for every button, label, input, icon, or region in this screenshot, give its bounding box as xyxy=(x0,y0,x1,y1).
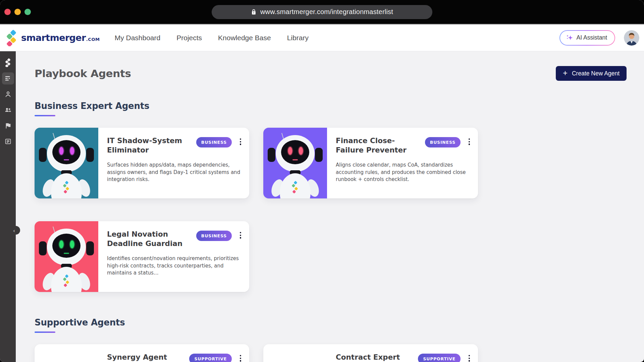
address-bar[interactable]: www.smartmerger.com/integrationmasterlis… xyxy=(212,5,432,19)
nav-library[interactable]: Library xyxy=(287,34,309,42)
agent-card-header: Synergy Agent SUPPORTIVE xyxy=(107,353,244,362)
person-icon xyxy=(4,90,12,99)
sidebar-item-person[interactable] xyxy=(2,88,14,100)
robot-illustration xyxy=(35,128,98,198)
agent-card-title: Finance Close-Failure Preventer xyxy=(336,136,425,155)
card-menu-button[interactable] xyxy=(466,354,473,362)
main-nav: My DashboardProjectsKnowledge BaseLibrar… xyxy=(115,34,309,42)
nav-knowledge-base[interactable]: Knowledge Base xyxy=(218,34,271,42)
nav-projects[interactable]: Projects xyxy=(176,34,202,42)
section-heading-underline xyxy=(35,331,55,333)
agent-card-header: Legal Novation Deadline Guardian BUSINES… xyxy=(107,230,244,249)
brand-logo-icon xyxy=(5,29,18,46)
lock-icon xyxy=(251,9,257,15)
section-heading-underline xyxy=(35,115,55,116)
create-new-agent-button[interactable]: + Create New Agent xyxy=(556,66,627,81)
agent-robot-image xyxy=(263,128,327,198)
zoom-window-button[interactable] xyxy=(24,9,31,15)
agent-section: Business Expert Agents IT Shadow-System … xyxy=(35,101,627,292)
agent-card-title: IT Shadow-System Eliminator xyxy=(107,136,196,155)
agent-card-description: Aligns close calendar, maps CoA, standar… xyxy=(336,162,471,183)
logo[interactable]: smartmerger.com xyxy=(5,29,100,46)
agent-section: Supportive Agents Synergy Agent SUPPORTI… xyxy=(35,317,627,362)
sidebar-item-flag[interactable] xyxy=(2,120,14,132)
card-menu-button[interactable] xyxy=(237,138,244,145)
sidebar-item-playbook-list[interactable] xyxy=(2,72,14,84)
brand-wordmark: smartmerger.com xyxy=(21,33,100,43)
create-new-agent-label: Create New Agent xyxy=(572,70,620,77)
agent-robot-image xyxy=(263,344,327,362)
agent-robot-image xyxy=(35,128,98,198)
window-controls xyxy=(4,0,31,24)
sidebar-collapse-handle[interactable]: ‹ xyxy=(11,226,20,235)
agent-card-description: Identifies consent/novation requirements… xyxy=(107,255,243,277)
section-heading: Supportive Agents xyxy=(35,317,627,327)
sidebar: ‹ xyxy=(0,51,16,362)
agent-robot-image xyxy=(35,221,98,292)
agent-card-body: Synergy Agent SUPPORTIVE xyxy=(98,344,249,362)
user-avatar[interactable] xyxy=(624,30,639,46)
flag-icon xyxy=(4,121,12,130)
agent-card[interactable]: Contract Expert Agent SUPPORTIVE xyxy=(263,344,478,362)
agent-card-description: Surfaces hidden apps/data, maps dependen… xyxy=(107,162,243,183)
url-text: www.smartmerger.com/integrationmasterlis… xyxy=(260,8,393,16)
agent-card-title: Contract Expert Agent xyxy=(336,353,418,362)
agent-card-title: Synergy Agent xyxy=(107,353,189,362)
minimize-window-button[interactable] xyxy=(14,9,21,15)
app-header: smartmerger.com My DashboardProjectsKnow… xyxy=(0,24,644,51)
sidebar-items xyxy=(2,57,14,147)
agent-card[interactable]: Legal Novation Deadline Guardian BUSINES… xyxy=(35,221,249,292)
playbook-list-icon xyxy=(4,74,12,83)
category-badge: BUSINESS xyxy=(196,231,232,241)
main-content: Playbook Agents + Create New Agent Busin… xyxy=(16,51,644,362)
agent-card-header: Finance Close-Failure Preventer BUSINESS xyxy=(336,136,473,155)
chevron-left-icon: ‹ xyxy=(13,228,15,233)
sidebar-item-logo-mark[interactable] xyxy=(2,57,14,69)
category-badge: BUSINESS xyxy=(196,137,232,147)
browser-window: www.smartmerger.com/integrationmasterlis… xyxy=(0,0,644,362)
category-badge: SUPPORTIVE xyxy=(189,354,232,362)
card-menu-button[interactable] xyxy=(237,231,244,239)
agent-card-body: Contract Expert Agent SUPPORTIVE xyxy=(327,344,478,362)
robot-illustration xyxy=(263,128,327,198)
logo-mark-icon xyxy=(4,58,12,67)
sparkle-icon xyxy=(566,34,574,42)
agent-card[interactable]: Finance Close-Failure Preventer BUSINESS… xyxy=(263,128,478,198)
agent-card-grid: Synergy Agent SUPPORTIVE Contract Expert… xyxy=(35,344,627,362)
header-right: AI Assistant xyxy=(559,30,639,46)
robot-illustration xyxy=(35,221,98,292)
agent-robot-image xyxy=(35,344,98,362)
ai-assistant-label: AI Assistant xyxy=(577,34,607,41)
section-heading: Business Expert Agents xyxy=(35,101,627,111)
sidebar-item-team[interactable] xyxy=(2,104,14,116)
card-menu-button[interactable] xyxy=(237,354,244,362)
team-icon xyxy=(4,106,12,114)
nav-my-dashboard[interactable]: My Dashboard xyxy=(115,34,161,42)
user-avatar-image xyxy=(624,30,639,46)
content-row: ‹ Playbook Agents + Create New Agent Bus… xyxy=(0,51,644,362)
close-window-button[interactable] xyxy=(4,9,11,15)
agent-card-header: IT Shadow-System Eliminator BUSINESS xyxy=(107,136,244,155)
sidebar-item-report-list[interactable] xyxy=(2,135,14,147)
report-list-icon xyxy=(4,137,12,146)
browser-titlebar: www.smartmerger.com/integrationmasterlis… xyxy=(0,0,644,24)
agent-card-body: IT Shadow-System Eliminator BUSINESS Sur… xyxy=(98,128,249,198)
ai-assistant-button[interactable]: AI Assistant xyxy=(559,30,615,46)
agent-sections: Business Expert Agents IT Shadow-System … xyxy=(35,101,627,362)
agent-card-body: Legal Novation Deadline Guardian BUSINES… xyxy=(98,221,249,292)
agent-card[interactable]: Synergy Agent SUPPORTIVE xyxy=(35,344,249,362)
category-badge: BUSINESS xyxy=(425,137,461,147)
agent-card-grid: IT Shadow-System Eliminator BUSINESS Sur… xyxy=(35,128,627,292)
agent-card[interactable]: IT Shadow-System Eliminator BUSINESS Sur… xyxy=(35,128,249,198)
page-head: Playbook Agents + Create New Agent xyxy=(35,66,627,81)
card-menu-button[interactable] xyxy=(466,138,473,145)
agent-card-body: Finance Close-Failure Preventer BUSINESS… xyxy=(327,128,478,198)
plus-icon: + xyxy=(563,69,568,77)
page-title: Playbook Agents xyxy=(35,67,131,79)
category-badge: SUPPORTIVE xyxy=(418,354,461,362)
agent-card-header: Contract Expert Agent SUPPORTIVE xyxy=(336,353,473,362)
agent-card-title: Legal Novation Deadline Guardian xyxy=(107,230,196,249)
